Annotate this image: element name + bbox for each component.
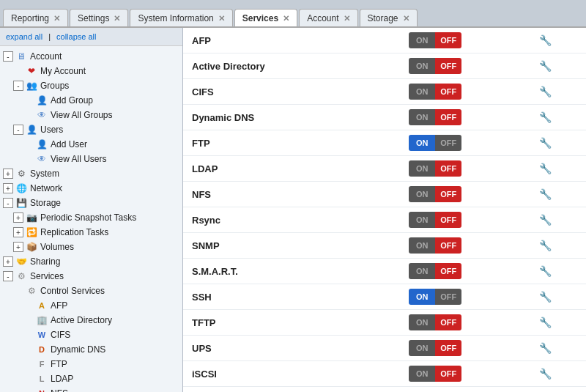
service-row-ftp: FTP ON OFF 🔧 [183, 130, 586, 156]
service-row-afp: AFP ON OFF 🔧 [183, 28, 586, 53]
tab-label: Settings [78, 13, 109, 23]
toggle-afp[interactable]: ON OFF [409, 32, 461, 48]
toggle-iscsi[interactable]: ON OFF [409, 366, 461, 382]
expand-all-link[interactable]: expand all [6, 32, 42, 41]
sidebar-item-my-account[interactable]: ❤My Account [0, 64, 182, 78]
sidebar-item-add-group[interactable]: 👤Add Group [0, 93, 182, 108]
wrench-icon-ssh[interactable]: 🔧 [539, 291, 552, 303]
wrench-icon-rsync[interactable]: 🔧 [539, 214, 552, 226]
sidebar-item-dynamic-dns[interactable]: DDynamic DNS [0, 342, 182, 357]
expander-services[interactable]: - [3, 271, 13, 281]
service-toggle-cell: ON OFF [400, 28, 530, 53]
wrench-icon-snmp[interactable]: 🔧 [539, 240, 552, 251]
icon-account: 🖥 [15, 51, 27, 62]
sidebar-item-afp[interactable]: AAFP [0, 298, 182, 313]
tab-account[interactable]: Account✕ [299, 9, 357, 26]
toggle-on-part: ON [409, 366, 435, 382]
wrench-icon-tftp[interactable]: 🔧 [539, 317, 552, 328]
expander-sharing[interactable]: + [3, 256, 13, 267]
toggle-ssh[interactable]: ON OFF [409, 289, 461, 305]
sidebar-item-ftp[interactable]: FFTP [0, 357, 182, 371]
sidebar-item-users[interactable]: -👤Users [0, 122, 182, 137]
toggle-rsync[interactable]: ON OFF [409, 212, 461, 228]
wrench-icon-dynamic-dns[interactable]: 🔧 [539, 111, 552, 123]
service-wrench-cell: 🔧 [530, 259, 586, 284]
toggle-on-part: ON [409, 32, 435, 48]
tab-close-settings[interactable]: ✕ [114, 14, 120, 23]
wrench-icon-ups[interactable]: 🔧 [539, 342, 552, 354]
sidebar-item-volumes[interactable]: +📦Volumes [0, 240, 182, 254]
toggle-nfs[interactable]: ON OFF [409, 186, 461, 202]
icon-system: ⚙ [15, 168, 27, 180]
collapse-all-link[interactable]: collapse all [56, 32, 96, 41]
toggle-cifs[interactable]: ON OFF [409, 84, 461, 100]
wrench-icon-afp[interactable]: 🔧 [539, 34, 552, 46]
wrench-icon-nfs[interactable]: 🔧 [539, 188, 552, 200]
toggle-dynamic-dns[interactable]: ON OFF [409, 109, 461, 125]
sidebar-item-replication-tasks[interactable]: +🔁Replication Tasks [0, 225, 182, 240]
tab-close-account[interactable]: ✕ [344, 14, 350, 23]
expander-users[interactable]: - [13, 125, 23, 135]
sidebar-item-view-all-users[interactable]: 👁View All Users [0, 152, 182, 166]
expander-periodic-snapshot-tasks[interactable]: + [13, 212, 23, 223]
expander-replication-tasks[interactable]: + [13, 227, 23, 237]
toggle-s-m-a-r-t-[interactable]: ON OFF [409, 263, 461, 279]
tab-settings[interactable]: Settings✕ [70, 9, 128, 26]
sidebar-item-groups[interactable]: -👥Groups [0, 78, 182, 93]
sidebar-item-services[interactable]: -⚙Services [0, 269, 182, 284]
sidebar-item-system[interactable]: +⚙System [0, 166, 182, 181]
wrench-icon-active-directory[interactable]: 🔧 [539, 60, 552, 72]
toggle-off-part: OFF [435, 186, 461, 202]
service-toggle-cell: ON OFF [400, 207, 530, 233]
wrench-icon-ftp[interactable]: 🔧 [539, 137, 552, 149]
sidebar-item-storage[interactable]: -💾Storage [0, 196, 182, 210]
sidebar-item-active-directory[interactable]: 🏢Active Directory [0, 313, 182, 328]
label-view-all-users: View All Users [51, 154, 106, 164]
sidebar-item-view-all-groups[interactable]: 👁View All Groups [0, 108, 182, 122]
tab-reporting[interactable]: Reporting✕ [3, 9, 68, 26]
toggle-tftp[interactable]: ON OFF [409, 314, 461, 330]
service-row-rsync: Rsync ON OFF 🔧 [183, 207, 586, 233]
sidebar-item-sharing[interactable]: +🤝Sharing [0, 254, 182, 269]
sidebar-item-cifs[interactable]: WCIFS [0, 328, 182, 342]
sidebar-item-network[interactable]: +🌐Network [0, 181, 182, 196]
service-row-nfs: NFS ON OFF 🔧 [183, 182, 586, 207]
toggle-active-directory[interactable]: ON OFF [409, 58, 461, 74]
wrench-icon-s-m-a-r-t-[interactable]: 🔧 [539, 265, 552, 277]
sidebar-item-ldap[interactable]: LLDAP [0, 371, 182, 386]
service-toggle-cell: ON OFF [400, 156, 530, 182]
sidebar-item-account[interactable]: -🖥Account [0, 49, 182, 64]
sidebar-item-nfs-sidebar[interactable]: NNFS [0, 386, 182, 392]
tab-close-system-information[interactable]: ✕ [218, 14, 225, 23]
tab-services[interactable]: Services✕ [234, 9, 297, 26]
wrench-icon-cifs[interactable]: 🔧 [539, 86, 552, 97]
toggle-ldap[interactable]: ON OFF [409, 160, 461, 177]
tab-system-information[interactable]: System Information✕ [130, 9, 232, 26]
expander-storage[interactable]: - [3, 198, 13, 208]
toggle-on-part: ON [409, 314, 435, 330]
services-table: AFP ON OFF 🔧 Active Directory ON OFF 🔧 [183, 28, 586, 387]
expander-account[interactable]: - [3, 51, 13, 62]
icon-volumes: 📦 [26, 241, 37, 253]
sidebar-item-control-services[interactable]: ⚙Control Services [0, 284, 182, 298]
tab-close-reporting[interactable]: ✕ [53, 14, 60, 23]
sidebar-item-add-user[interactable]: 👤Add User [0, 137, 182, 152]
label-afp: AFP [51, 300, 67, 311]
toggle-snmp[interactable]: ON OFF [409, 237, 461, 254]
service-wrench-cell: 🔧 [530, 336, 586, 361]
wrench-icon-iscsi[interactable]: 🔧 [539, 368, 552, 380]
expander-system[interactable]: + [3, 169, 13, 179]
expander-volumes[interactable]: + [13, 242, 23, 252]
label-sharing: Sharing [30, 256, 60, 267]
expander-groups[interactable]: - [13, 81, 23, 91]
tab-label: Services [242, 13, 278, 23]
toggle-ftp[interactable]: ON OFF [409, 135, 461, 151]
tab-storage[interactable]: Storage✕ [360, 9, 418, 26]
toggle-ups[interactable]: ON OFF [409, 340, 461, 356]
tab-close-storage[interactable]: ✕ [403, 14, 409, 23]
tab-close-services[interactable]: ✕ [283, 14, 289, 23]
wrench-icon-ldap[interactable]: 🔧 [539, 163, 552, 174]
service-name: NFS [183, 182, 400, 207]
sidebar-item-periodic-snapshot-tasks[interactable]: +📷Periodic Snapshot Tasks [0, 210, 182, 225]
expander-network[interactable]: + [3, 183, 13, 193]
